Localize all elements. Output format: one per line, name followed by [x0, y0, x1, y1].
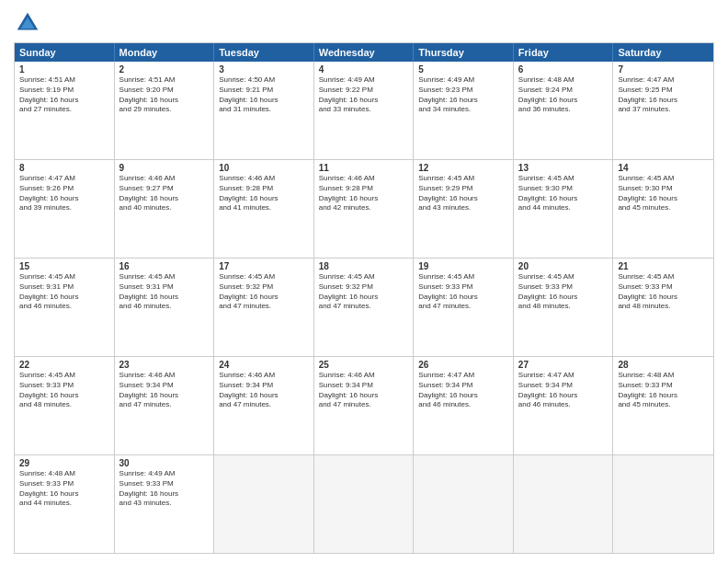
calendar-header: SundayMondayTuesdayWednesdayThursdayFrid… [15, 43, 713, 62]
calendar-row-4: 22Sunrise: 4:45 AM Sunset: 9:33 PM Dayli… [15, 357, 713, 455]
day-info: Sunrise: 4:51 AM Sunset: 9:20 PM Dayligh… [119, 75, 210, 115]
day-info: Sunrise: 4:47 AM Sunset: 9:26 PM Dayligh… [19, 174, 109, 213]
day-number: 20 [518, 261, 609, 271]
day-info: Sunrise: 4:46 AM Sunset: 9:34 PM Dayligh… [319, 371, 409, 410]
day-info: Sunrise: 4:49 AM Sunset: 9:22 PM Dayligh… [319, 75, 409, 115]
day-info: Sunrise: 4:49 AM Sunset: 9:23 PM Dayligh… [418, 75, 508, 115]
header-day-saturday: Saturday [613, 43, 713, 62]
day-info: Sunrise: 4:45 AM Sunset: 9:33 PM Dayligh… [518, 272, 609, 312]
empty-cell [514, 455, 614, 553]
day-number: 14 [618, 163, 709, 173]
header-day-monday: Monday [115, 43, 215, 62]
day-cell-20: 20Sunrise: 4:45 AM Sunset: 9:33 PM Dayli… [514, 259, 614, 356]
day-cell-28: 28Sunrise: 4:48 AM Sunset: 9:33 PM Dayli… [613, 357, 713, 454]
day-info: Sunrise: 4:45 AM Sunset: 9:33 PM Dayligh… [618, 272, 709, 312]
header-day-friday: Friday [514, 43, 614, 62]
day-cell-5: 5Sunrise: 4:49 AM Sunset: 9:23 PM Daylig… [414, 62, 514, 159]
header-day-wednesday: Wednesday [314, 43, 415, 62]
calendar-row-2: 8Sunrise: 4:47 AM Sunset: 9:26 PM Daylig… [15, 160, 713, 259]
day-number: 9 [119, 163, 210, 173]
day-cell-6: 6Sunrise: 4:48 AM Sunset: 9:24 PM Daylig… [514, 62, 614, 159]
day-number: 12 [418, 163, 508, 173]
day-number: 22 [19, 360, 109, 370]
day-number: 17 [219, 261, 309, 271]
calendar: SundayMondayTuesdayWednesdayThursdayFrid… [14, 42, 714, 554]
day-cell-18: 18Sunrise: 4:45 AM Sunset: 9:32 PM Dayli… [314, 259, 415, 356]
day-number: 15 [19, 261, 109, 271]
day-cell-15: 15Sunrise: 4:45 AM Sunset: 9:31 PM Dayli… [15, 259, 115, 356]
day-info: Sunrise: 4:45 AM Sunset: 9:32 PM Dayligh… [319, 272, 409, 312]
day-cell-9: 9Sunrise: 4:46 AM Sunset: 9:27 PM Daylig… [115, 160, 215, 258]
day-number: 19 [418, 261, 508, 271]
day-info: Sunrise: 4:45 AM Sunset: 9:30 PM Dayligh… [518, 174, 609, 213]
empty-cell [613, 455, 713, 553]
day-cell-4: 4Sunrise: 4:49 AM Sunset: 9:22 PM Daylig… [314, 62, 415, 159]
empty-cell [314, 455, 415, 553]
day-info: Sunrise: 4:50 AM Sunset: 9:21 PM Dayligh… [219, 75, 309, 115]
calendar-row-1: 1Sunrise: 4:51 AM Sunset: 9:19 PM Daylig… [15, 62, 713, 160]
day-number: 1 [19, 64, 109, 75]
day-cell-25: 25Sunrise: 4:46 AM Sunset: 9:34 PM Dayli… [314, 357, 415, 454]
header-day-sunday: Sunday [15, 43, 115, 62]
day-number: 21 [618, 261, 709, 271]
day-info: Sunrise: 4:46 AM Sunset: 9:28 PM Dayligh… [319, 174, 409, 213]
day-cell-27: 27Sunrise: 4:47 AM Sunset: 9:34 PM Dayli… [514, 357, 614, 454]
day-number: 27 [518, 360, 609, 370]
day-cell-19: 19Sunrise: 4:45 AM Sunset: 9:33 PM Dayli… [414, 259, 514, 356]
header-day-thursday: Thursday [414, 43, 514, 62]
day-cell-29: 29Sunrise: 4:48 AM Sunset: 9:33 PM Dayli… [15, 455, 115, 553]
logo-icon [14, 9, 41, 37]
day-number: 26 [418, 360, 508, 370]
day-info: Sunrise: 4:47 AM Sunset: 9:34 PM Dayligh… [518, 371, 609, 410]
day-cell-1: 1Sunrise: 4:51 AM Sunset: 9:19 PM Daylig… [15, 62, 115, 159]
day-number: 25 [319, 360, 409, 370]
logo [14, 9, 43, 37]
day-number: 11 [319, 163, 409, 173]
day-number: 8 [19, 163, 109, 173]
empty-cell [214, 455, 314, 553]
day-info: Sunrise: 4:49 AM Sunset: 9:33 PM Dayligh… [119, 469, 210, 509]
day-number: 4 [319, 64, 409, 75]
day-info: Sunrise: 4:48 AM Sunset: 9:24 PM Dayligh… [518, 75, 609, 115]
day-number: 29 [19, 458, 109, 468]
day-info: Sunrise: 4:46 AM Sunset: 9:27 PM Dayligh… [119, 174, 210, 213]
day-cell-24: 24Sunrise: 4:46 AM Sunset: 9:34 PM Dayli… [214, 357, 314, 454]
day-info: Sunrise: 4:45 AM Sunset: 9:29 PM Dayligh… [418, 174, 508, 213]
day-info: Sunrise: 4:45 AM Sunset: 9:31 PM Dayligh… [19, 272, 109, 312]
day-cell-17: 17Sunrise: 4:45 AM Sunset: 9:32 PM Dayli… [214, 259, 314, 356]
header-day-tuesday: Tuesday [214, 43, 314, 62]
day-cell-21: 21Sunrise: 4:45 AM Sunset: 9:33 PM Dayli… [613, 259, 713, 356]
day-cell-13: 13Sunrise: 4:45 AM Sunset: 9:30 PM Dayli… [514, 160, 614, 258]
day-cell-14: 14Sunrise: 4:45 AM Sunset: 9:30 PM Dayli… [613, 160, 713, 258]
day-info: Sunrise: 4:48 AM Sunset: 9:33 PM Dayligh… [19, 469, 109, 509]
day-number: 3 [219, 64, 309, 75]
page: SundayMondayTuesdayWednesdayThursdayFrid… [0, 0, 728, 563]
day-cell-3: 3Sunrise: 4:50 AM Sunset: 9:21 PM Daylig… [214, 62, 314, 159]
day-cell-10: 10Sunrise: 4:46 AM Sunset: 9:28 PM Dayli… [214, 160, 314, 258]
day-info: Sunrise: 4:46 AM Sunset: 9:34 PM Dayligh… [219, 371, 309, 410]
day-number: 6 [518, 64, 609, 75]
day-number: 10 [219, 163, 309, 173]
day-number: 7 [618, 64, 709, 75]
day-cell-16: 16Sunrise: 4:45 AM Sunset: 9:31 PM Dayli… [115, 259, 215, 356]
day-info: Sunrise: 4:51 AM Sunset: 9:19 PM Dayligh… [19, 75, 109, 115]
day-cell-2: 2Sunrise: 4:51 AM Sunset: 9:20 PM Daylig… [115, 62, 215, 159]
day-number: 24 [219, 360, 309, 370]
day-info: Sunrise: 4:45 AM Sunset: 9:31 PM Dayligh… [119, 272, 210, 312]
day-number: 5 [418, 64, 508, 75]
day-info: Sunrise: 4:46 AM Sunset: 9:28 PM Dayligh… [219, 174, 309, 213]
day-info: Sunrise: 4:45 AM Sunset: 9:33 PM Dayligh… [418, 272, 508, 312]
day-info: Sunrise: 4:46 AM Sunset: 9:34 PM Dayligh… [119, 371, 210, 410]
day-cell-23: 23Sunrise: 4:46 AM Sunset: 9:34 PM Dayli… [115, 357, 215, 454]
day-cell-8: 8Sunrise: 4:47 AM Sunset: 9:26 PM Daylig… [15, 160, 115, 258]
day-info: Sunrise: 4:45 AM Sunset: 9:33 PM Dayligh… [19, 371, 109, 410]
day-number: 30 [119, 458, 210, 468]
day-number: 28 [618, 360, 709, 370]
day-number: 16 [119, 261, 210, 271]
day-info: Sunrise: 4:48 AM Sunset: 9:33 PM Dayligh… [618, 371, 709, 410]
day-info: Sunrise: 4:47 AM Sunset: 9:25 PM Dayligh… [618, 75, 709, 115]
empty-cell [414, 455, 514, 553]
day-info: Sunrise: 4:45 AM Sunset: 9:30 PM Dayligh… [618, 174, 709, 213]
day-cell-26: 26Sunrise: 4:47 AM Sunset: 9:34 PM Dayli… [414, 357, 514, 454]
day-cell-11: 11Sunrise: 4:46 AM Sunset: 9:28 PM Dayli… [314, 160, 415, 258]
